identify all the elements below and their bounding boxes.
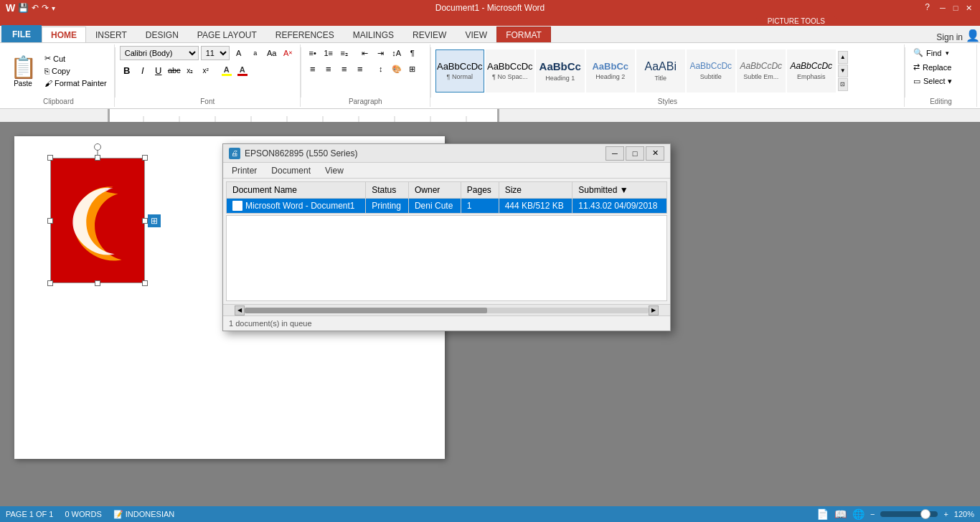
quick-access-custom[interactable]: ▾: [52, 4, 55, 12]
dialog-maximize-btn[interactable]: □: [626, 146, 644, 161]
italic-btn[interactable]: I: [136, 63, 150, 77]
style-title[interactable]: AaABi Title: [636, 49, 685, 92]
superscript-btn[interactable]: x²: [199, 63, 213, 77]
clear-format-btn[interactable]: A✕: [281, 46, 296, 60]
replace-button[interactable]: ⇄ Replace: [910, 60, 956, 74]
help-icon[interactable]: ?: [925, 2, 930, 14]
tab-design[interactable]: DESIGN: [136, 27, 188, 42]
dialog-close-btn[interactable]: ✕: [646, 146, 664, 161]
tab-references[interactable]: REFERENCES: [266, 27, 344, 42]
zoom-out-btn[interactable]: −: [870, 510, 875, 518]
style-heading2[interactable]: AaBbCc Heading 2: [586, 49, 635, 92]
scrollbar-thumb[interactable]: [245, 308, 487, 313]
style-no-space[interactable]: AaBbCcDc ¶ No Spac...: [486, 49, 534, 92]
shading-btn[interactable]: 🎨: [390, 62, 404, 76]
page-indicator[interactable]: PAGE 1 OF 1: [6, 510, 53, 519]
dialog-menu-printer[interactable]: Printer: [226, 164, 263, 177]
zoom-in-btn[interactable]: +: [943, 510, 948, 518]
view-read-btn[interactable]: 📖: [834, 508, 847, 520]
numbering-btn[interactable]: 1≡: [321, 46, 336, 60]
styles-scroll-down[interactable]: ▼: [838, 65, 848, 77]
style-subtitle[interactable]: AaBbCcDc Subtitle: [687, 49, 735, 92]
col-size[interactable]: Size: [499, 182, 573, 199]
font-color-btn[interactable]: A: [235, 63, 250, 77]
scroll-right-btn[interactable]: ▶: [649, 305, 659, 315]
handle-middle-left[interactable]: [47, 218, 53, 224]
subscript-btn[interactable]: x₂: [183, 63, 197, 77]
zoom-slider[interactable]: [880, 511, 938, 517]
select-button[interactable]: ▭ Select ▾: [910, 75, 956, 88]
quick-access-save[interactable]: 💾: [18, 3, 29, 13]
bullets-btn[interactable]: ≡•: [306, 46, 320, 60]
view-print-btn[interactable]: 📄: [816, 508, 829, 520]
close-btn[interactable]: ✕: [963, 2, 974, 14]
tab-insert[interactable]: INSERT: [86, 27, 136, 42]
justify-btn[interactable]: ≡: [353, 62, 367, 76]
dialog-scrollbar-h[interactable]: ◀ ▶: [223, 304, 670, 315]
dialog-minimize-btn[interactable]: ─: [606, 146, 624, 161]
image-container[interactable]: ⊞: [50, 158, 145, 283]
language-indicator[interactable]: 📝 INDONESIAN: [113, 510, 174, 519]
increase-indent-btn[interactable]: ⇥: [374, 46, 388, 60]
scrollbar-track[interactable]: [245, 308, 649, 313]
font-family-select[interactable]: Calibri (Body): [120, 46, 199, 60]
table-row[interactable]: Microsoft Word - Document1 Printing Deni…: [227, 199, 667, 214]
handle-middle-right[interactable]: [142, 218, 148, 224]
copy-button[interactable]: ⎘ Copy: [42, 65, 110, 77]
align-left-btn[interactable]: ≡: [306, 62, 320, 76]
tab-home[interactable]: HOME: [42, 27, 86, 42]
tab-format[interactable]: FORMAT: [496, 27, 551, 42]
find-button[interactable]: 🔍 Find ▾: [910, 46, 956, 60]
scroll-left-btn[interactable]: ◀: [235, 305, 245, 315]
document-image[interactable]: [50, 158, 145, 283]
col-submitted[interactable]: Submitted ▼: [573, 182, 667, 199]
layout-options-btn[interactable]: ⊞: [148, 214, 161, 227]
tab-file[interactable]: FILE: [1, 25, 42, 42]
maximize-btn[interactable]: □: [950, 2, 961, 14]
font-size-up-btn[interactable]: A: [232, 46, 246, 60]
paste-button[interactable]: 📋 Paste: [7, 49, 39, 92]
col-owner[interactable]: Owner: [408, 182, 461, 199]
cut-button[interactable]: ✂ Cut: [42, 52, 110, 65]
font-size-down-btn[interactable]: a: [248, 46, 263, 60]
rotate-handle[interactable]: [94, 143, 101, 151]
format-painter-button[interactable]: 🖌 Format Painter: [42, 77, 110, 89]
quick-access-redo[interactable]: ↷: [42, 3, 49, 13]
handle-bottom-right[interactable]: [142, 280, 148, 286]
align-right-btn[interactable]: ≡: [337, 62, 352, 76]
tab-mailings[interactable]: MAILINGS: [344, 27, 403, 42]
view-web-btn[interactable]: 🌐: [852, 508, 864, 520]
borders-btn[interactable]: ⊞: [405, 62, 420, 76]
dialog-menu-view[interactable]: View: [319, 164, 349, 177]
style-subtle-em[interactable]: AaBbCcDc Subtle Em...: [737, 49, 786, 92]
tab-view[interactable]: VIEW: [456, 27, 496, 42]
underline-btn[interactable]: U: [151, 63, 166, 77]
styles-scroll-up[interactable]: ▲: [838, 51, 848, 64]
dialog-menu-document[interactable]: Document: [265, 164, 316, 177]
styles-expand[interactable]: ⊡: [838, 78, 848, 91]
style-emphasis[interactable]: AaBbCcDc Emphasis: [787, 49, 836, 92]
text-highlight-btn[interactable]: A: [220, 63, 234, 77]
tab-page-layout[interactable]: PAGE LAYOUT: [188, 27, 266, 42]
style-heading1[interactable]: AaBbCc Heading 1: [536, 49, 585, 92]
handle-top-right[interactable]: [142, 155, 148, 161]
handle-top-middle[interactable]: [95, 155, 100, 161]
handle-top-left[interactable]: [47, 155, 53, 161]
font-size-select[interactable]: 11: [201, 46, 230, 60]
strikethrough-btn[interactable]: abc: [167, 63, 182, 77]
col-document-name[interactable]: Document Name: [227, 182, 366, 199]
zoom-level[interactable]: 120%: [954, 510, 974, 518]
minimize-btn[interactable]: ─: [937, 2, 948, 14]
bold-btn[interactable]: B: [120, 63, 134, 77]
zoom-thumb[interactable]: [920, 509, 930, 519]
handle-bottom-left[interactable]: [47, 280, 53, 286]
col-status[interactable]: Status: [366, 182, 409, 199]
sort-btn[interactable]: ↕A: [390, 46, 404, 60]
person-icon[interactable]: 👤: [966, 29, 980, 42]
tab-review[interactable]: REVIEW: [403, 27, 456, 42]
align-center-btn[interactable]: ≡: [321, 62, 336, 76]
word-count[interactable]: 0 WORDS: [65, 510, 101, 519]
line-spacing-btn[interactable]: ↕: [374, 62, 388, 76]
col-pages[interactable]: Pages: [461, 182, 499, 199]
decrease-indent-btn[interactable]: ⇤: [358, 46, 372, 60]
